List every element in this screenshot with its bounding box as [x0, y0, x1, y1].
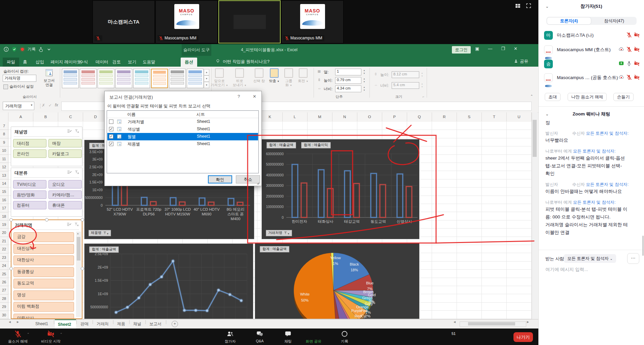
resize-grip[interactable]: ◢: [257, 181, 259, 185]
dialog-row-거래처별[interactable]: 거래처별Sheet1: [107, 118, 258, 126]
gallery-scroll-icon[interactable]: ▼: [204, 75, 209, 82]
toolbar-기록[interactable]: 기록: [332, 330, 357, 344]
row-header-30[interactable]: 30: [0, 311, 8, 319]
column-header-U[interactable]: U: [507, 112, 532, 122]
fullscreen-icon[interactable]: [526, 3, 532, 9]
button-나만 음소거 해제[interactable]: 나만 음소거 해제: [568, 93, 607, 101]
ribbon-tab-검토[interactable]: 검토: [108, 58, 125, 67]
selection-handle[interactable]: [81, 267, 84, 270]
axis-field-button-거래처명[interactable]: 거래처명▼: [266, 230, 292, 236]
buttons-field-input[interactable]: 4.34 cm: [335, 85, 361, 92]
name-box[interactable]: 거래처명: [3, 102, 34, 110]
legend-field-button[interactable]: 합계 : 매출금액: [266, 142, 296, 148]
leave-button[interactable]: 나가기: [513, 332, 533, 342]
legend-field-button[interactable]: 합계 : 매출이익: [301, 142, 331, 148]
touch-mode-icon[interactable]: [38, 46, 44, 52]
chat-audience-select[interactable]: 모든 토론자 및 참석자 ⌄: [564, 254, 616, 263]
ok-button[interactable]: 확인: [208, 175, 232, 183]
tell-me-box[interactable]: 어떤 작업을 원하시나요?: [215, 59, 270, 65]
audience-link[interactable]: 모든 토론자 및 참석자:: [585, 131, 629, 136]
legend-field-button[interactable]: 합계 : 매출금액: [260, 246, 289, 252]
add-sheet-icon[interactable]: +: [172, 321, 178, 327]
fx-icon[interactable]: fx: [55, 103, 58, 107]
toolbar-채팅[interactable]: 채팅: [276, 330, 300, 344]
multiselect-icon[interactable]: [67, 170, 72, 175]
slicer-item-카메라/캠…[interactable]: 카메라/캠…: [48, 191, 82, 199]
buttons-field-input[interactable]: 1: [335, 69, 361, 75]
slicer-item-미림상사[interactable]: 미림상사: [13, 314, 74, 319]
restore-icon[interactable]: ❐: [501, 46, 505, 51]
row-header-13[interactable]: 13: [0, 171, 8, 179]
column-header-R[interactable]: R: [432, 112, 457, 122]
row-header-27[interactable]: 27: [0, 286, 8, 294]
caret-down-icon[interactable]: [46, 46, 52, 52]
chat-more-button[interactable]: ⋯: [627, 253, 639, 264]
share-button[interactable]: 공유: [514, 59, 528, 64]
row-header-10[interactable]: 10: [0, 146, 8, 154]
slicer-item-매장[interactable]: 매장: [48, 139, 82, 147]
selection-handle[interactable]: [9, 267, 13, 270]
hscroll-left-icon[interactable]: ◂: [454, 319, 456, 324]
column-header-A[interactable]: A: [8, 112, 33, 122]
column-header-Q[interactable]: Q: [407, 112, 432, 122]
ribbon-tab-삽입[interactable]: 삽입: [32, 58, 48, 67]
row-header-15[interactable]: 15: [0, 187, 8, 196]
slicer-settings-button[interactable]: 슬라이서 설정: [3, 84, 34, 89]
slicer-style-tile[interactable]: [151, 69, 168, 88]
ribbon-display-options-icon[interactable]: ▣: [475, 46, 479, 51]
checkbox-checked[interactable]: ✓: [109, 142, 113, 146]
checkbox-checked[interactable]: ✓: [109, 134, 113, 139]
slicer-style-tile[interactable]: [169, 69, 186, 88]
slicer-거래처명[interactable]: 거래처명금강대진상사대한상사동광통상동도교역명성미림 백화점미림상사▲: [11, 219, 82, 319]
selection-handle[interactable]: [45, 218, 48, 221]
row-header-29[interactable]: 29: [0, 303, 8, 311]
ribbon-tab-옵션[interactable]: 옵션: [181, 58, 197, 67]
row-header-12[interactable]: 12: [0, 163, 8, 171]
row-header-20[interactable]: 20: [0, 229, 8, 237]
slicer-style-tile[interactable]: [115, 69, 132, 88]
clear-filter-icon[interactable]: [74, 222, 79, 227]
minimize-icon[interactable]: —: [488, 46, 492, 51]
video-off-icon[interactable]: [634, 32, 640, 38]
arrange-뒤로보내기[interactable]: 뒤로보내기 ▼: [230, 68, 249, 88]
screen-share-icon[interactable]: [618, 61, 624, 66]
row-header-22[interactable]: 22: [0, 245, 8, 253]
dialog-row-제품별[interactable]: ✓제품별Sheet1: [107, 140, 258, 148]
toolbar-Q&A[interactable]: Q&A: [248, 330, 272, 343]
toolbar-화면 공유[interactable]: 화면 공유: [301, 330, 326, 344]
video-off-icon[interactable]: [634, 74, 640, 80]
selection-handle[interactable]: [81, 218, 84, 221]
column-header-C[interactable]: C: [58, 112, 83, 122]
row-header-26[interactable]: 26: [0, 278, 8, 286]
legend-field-button[interactable]: 합계 : 매출금액: [89, 246, 119, 253]
spinner-icon[interactable]: ▲▼: [362, 69, 366, 75]
vertical-scrollbar[interactable]: [532, 112, 538, 319]
collapse-ribbon-icon[interactable]: ⌃: [530, 94, 533, 98]
close-icon[interactable]: ✕: [514, 46, 517, 51]
column-header-T[interactable]: T: [482, 112, 507, 122]
slicer-style-tile[interactable]: [62, 69, 79, 88]
buttons-field-input[interactable]: 0.79 cm: [335, 77, 361, 84]
hscroll-track[interactable]: [460, 321, 526, 327]
spinner-icon[interactable]: ▲▼: [362, 77, 366, 83]
row-header-14[interactable]: 14: [0, 179, 8, 187]
column-header-P[interactable]: P: [382, 112, 407, 122]
ribbon-tab-수식[interactable]: 수식: [75, 58, 92, 67]
row-header-18[interactable]: 18: [0, 212, 8, 220]
column-header-O[interactable]: O: [357, 112, 382, 122]
column-header-N[interactable]: N: [332, 112, 357, 122]
sheet-tab-보고서[interactable]: 보고서: [146, 319, 172, 329]
ribbon-tab-홈[interactable]: 홈: [19, 58, 31, 67]
ribbon-tab-파일[interactable]: 파일: [3, 58, 19, 67]
button-손들기[interactable]: 손들기: [613, 93, 634, 101]
row-header-11[interactable]: 11: [0, 155, 8, 163]
slicer-item-대진상사[interactable]: 대진상사: [13, 244, 74, 254]
slicer-item-TV/비디오[interactable]: TV/비디오: [13, 180, 46, 188]
mic-muted-icon[interactable]: [626, 46, 632, 52]
row-header-19[interactable]: 19: [0, 220, 8, 229]
audience-link[interactable]: 모든 토론자 및 참석자:: [572, 200, 615, 205]
slicer-item-동도교역[interactable]: 동도교역: [13, 279, 74, 288]
column-header-S[interactable]: S: [457, 112, 482, 122]
gallery-scroll-icon[interactable]: ▼: [204, 82, 209, 88]
toolbar-참가자[interactable]: 51참가자: [218, 330, 242, 344]
